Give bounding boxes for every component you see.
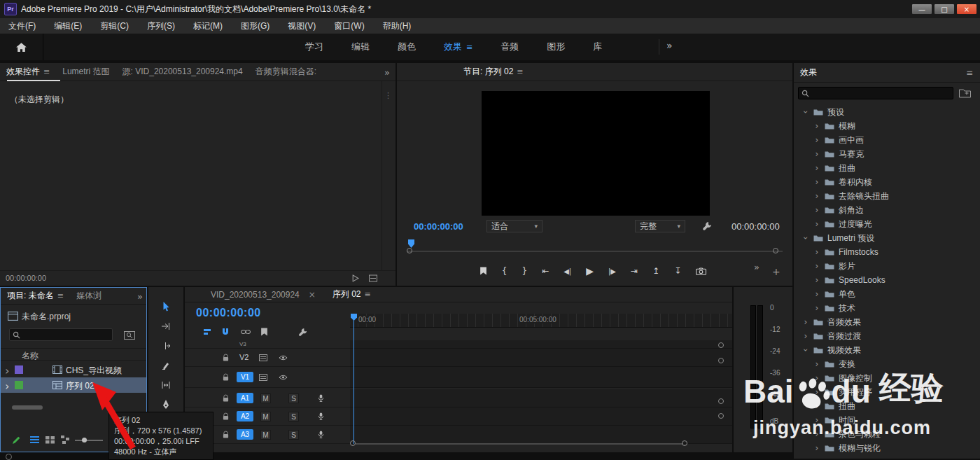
step-forward-button[interactable]: |▶ [608, 267, 616, 275]
track-lock-icon[interactable] [223, 394, 229, 403]
icon-view-icon[interactable] [46, 435, 55, 444]
snap-magnet-icon[interactable] [221, 328, 230, 336]
export-frame-icon[interactable] [696, 267, 706, 275]
fx-tree-item[interactable]: ›Filmstocks [794, 245, 980, 259]
panel-menu-icon[interactable]: ≡ [966, 68, 973, 78]
fx-tree-item[interactable]: ›SpeedLooks [794, 273, 980, 287]
mute-button[interactable]: M [260, 393, 271, 403]
track-select-forward-tool[interactable] [148, 318, 183, 335]
menu-markers[interactable]: 标记(M) [193, 20, 223, 32]
chevron-right-icon[interactable]: › [813, 261, 820, 271]
zoom-handle-left[interactable] [407, 248, 412, 253]
track-output-eye-icon[interactable] [279, 355, 288, 361]
fx-tree-item[interactable]: ›卷积内核 [794, 175, 980, 189]
zoom-scrollbar-handle-right[interactable] [682, 440, 687, 446]
zoom-level-dropdown[interactable]: 适合▾ [486, 220, 542, 232]
chevron-right-icon[interactable]: › [802, 317, 809, 327]
slip-tool[interactable] [148, 377, 183, 393]
play-button[interactable]: ▶ [586, 265, 594, 277]
fx-tree-item[interactable]: ›模糊 [794, 119, 980, 133]
lift-button[interactable]: ↥ [652, 266, 659, 276]
fx-tree-item[interactable]: ›马赛克 [794, 147, 980, 161]
zoom-handle-right[interactable] [773, 248, 778, 253]
toggle-audio-waveform-icon[interactable] [369, 274, 377, 282]
razor-tool[interactable] [148, 357, 183, 374]
selection-tool[interactable] [148, 298, 183, 315]
chevron-right-icon[interactable]: › [813, 163, 820, 173]
timeline-zoom-scrollbar[interactable] [356, 443, 683, 445]
voiceover-mic-icon[interactable] [318, 393, 324, 403]
audio-scroll-handle-top[interactable] [718, 398, 724, 404]
track-target-a3[interactable]: A3 [237, 429, 253, 440]
chevron-right-icon[interactable]: › [813, 387, 820, 397]
fx-tree-item[interactable]: ›Lumetri 预设 [794, 231, 980, 245]
tab-source-sequence[interactable]: VID_20200513_200924× [204, 290, 322, 300]
splitter-handle-icon[interactable]: ⋮ [384, 91, 392, 100]
track-target-a2[interactable]: A2 [237, 411, 253, 421]
add-marker-icon[interactable] [479, 267, 487, 275]
track-lock-icon[interactable] [223, 412, 229, 421]
tab-overflow-button[interactable]: » [384, 67, 390, 78]
menu-clip[interactable]: 剪辑(C) [100, 20, 129, 32]
label-color-swatch[interactable] [15, 365, 23, 374]
track-lock-icon[interactable] [223, 373, 229, 382]
pen-tool[interactable] [148, 396, 183, 413]
list-view-icon[interactable] [30, 435, 39, 444]
workspace-overflow-button[interactable]: » [666, 40, 673, 51]
new-custom-bin-icon[interactable] [959, 88, 971, 98]
chevron-down-icon[interactable]: › [801, 235, 811, 242]
track-output-eye-icon[interactable] [279, 375, 288, 380]
track-target-a1[interactable]: A1 [237, 393, 253, 403]
effects-search-input[interactable] [812, 89, 950, 97]
panel-menu-icon[interactable]: ≡ [517, 67, 523, 76]
sync-lock-icon[interactable] [259, 354, 267, 361]
fx-tree-item[interactable]: ›过度曝光 [794, 217, 980, 231]
fx-tree-item[interactable]: ›视频效果 [794, 343, 980, 357]
tab-project[interactable]: 项目: 未命名≡ [1, 290, 70, 302]
track-lane-a3[interactable] [350, 426, 732, 444]
settings-wrench-icon[interactable] [702, 221, 712, 231]
workspace-tab-graphics[interactable]: 图形 [547, 41, 565, 53]
fx-tree-item[interactable]: ›音频效果 [794, 315, 980, 329]
mark-out-button[interactable]: } [522, 266, 527, 276]
sync-lock-icon[interactable] [259, 374, 267, 381]
fx-tree-item[interactable]: ›扭曲 [794, 399, 980, 413]
insert-overwrite-nest-icon[interactable] [203, 328, 211, 336]
fx-tree-item[interactable]: ›预设 [794, 105, 980, 119]
tab-overflow-button[interactable]: » [137, 291, 143, 302]
program-scrub-bar[interactable] [407, 251, 783, 252]
chevron-right-icon[interactable]: › [813, 443, 820, 453]
chevron-right-icon[interactable]: › [813, 289, 820, 299]
fx-tree-item[interactable]: ›实用程序 [794, 385, 980, 399]
chevron-right-icon[interactable]: › [813, 275, 820, 285]
timeline-settings-wrench-icon[interactable] [298, 328, 307, 337]
voiceover-mic-icon[interactable] [318, 412, 324, 421]
chevron-right-icon[interactable]: › [813, 177, 820, 187]
tab-sequence-02[interactable]: 序列 02≡ [326, 288, 377, 300]
close-button[interactable]: × [956, 4, 977, 15]
menu-sequence[interactable]: 序列(S) [147, 20, 175, 32]
track-lane-v1[interactable] [350, 367, 732, 388]
chevron-right-icon[interactable]: › [813, 191, 820, 201]
chevron-right-icon[interactable]: › [813, 219, 820, 229]
fx-tree-item[interactable]: ›模糊与锐化 [794, 441, 980, 455]
chevron-right-icon[interactable]: › [813, 135, 820, 145]
zoom-scrollbar-handle-left[interactable] [350, 440, 356, 446]
fx-tree-item[interactable]: ›图像控制 [794, 371, 980, 385]
play-clip-icon[interactable] [351, 274, 359, 282]
chevron-right-icon[interactable]: › [813, 121, 820, 131]
horizontal-scrollbar-thumb[interactable] [12, 405, 43, 410]
project-item-row[interactable]: › CHS_导出视频 [1, 362, 146, 377]
fx-tree-item[interactable]: ›去除镜头扭曲 [794, 189, 980, 203]
tab-effect-controls[interactable]: 效果控件≡ [0, 66, 56, 78]
tab-lumetri-scopes[interactable]: Lumetri 范围 [56, 66, 115, 78]
fx-tree-item[interactable]: ›变换 [794, 357, 980, 371]
chevron-right-icon[interactable]: › [5, 379, 9, 393]
fx-tree-item[interactable]: ›音频过渡 [794, 329, 980, 343]
solo-button[interactable]: S [288, 412, 299, 421]
linked-selection-icon[interactable] [241, 328, 251, 335]
workspace-tab-learning[interactable]: 学习 [305, 41, 323, 53]
button-editor-add-icon[interactable]: + [772, 266, 780, 277]
voiceover-mic-icon[interactable] [318, 430, 324, 439]
track-lock-icon[interactable] [223, 431, 229, 439]
